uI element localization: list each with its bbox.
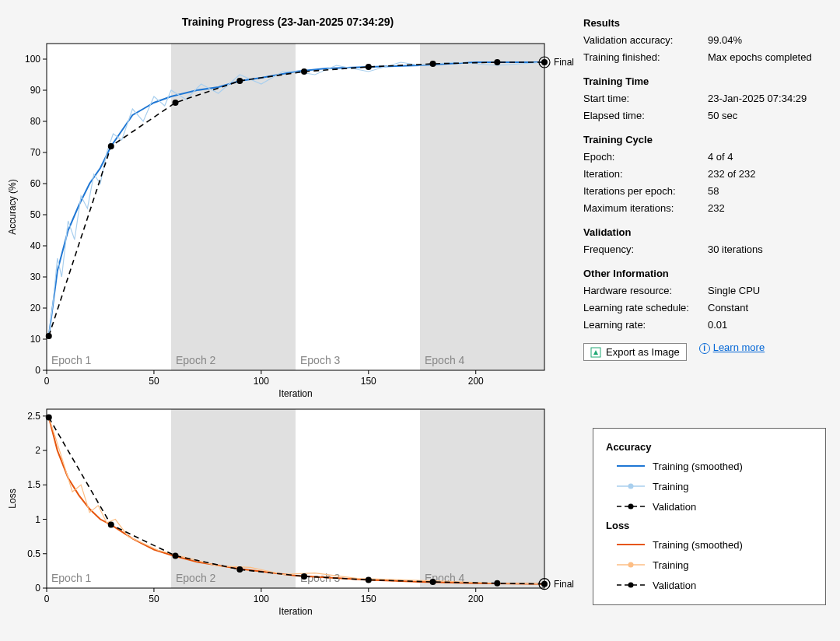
legend-loss-title: Loss [606,520,813,531]
svg-rect-3 [420,44,544,370]
elapsed-value: 50 sec [708,107,832,124]
svg-text:80: 80 [30,116,41,127]
svg-text:0.5: 0.5 [27,548,40,559]
svg-text:150: 150 [361,376,376,387]
svg-text:150: 150 [361,594,376,604]
svg-point-43 [173,100,179,106]
svg-text:Epoch 3: Epoch 3 [300,354,341,366]
ipe-label: Iterations per epoch: [583,183,708,200]
svg-rect-56 [296,409,420,588]
svg-rect-54 [47,409,171,588]
svg-text:200: 200 [468,376,484,387]
svg-text:0: 0 [35,583,40,594]
epoch-value: 4 of 4 [708,149,832,166]
svg-text:Iteration: Iteration [278,606,312,617]
maxiter-label: Maximum iterations: [583,200,708,217]
svg-text:0: 0 [44,594,50,604]
info-panel: Results Validation accuracy:99.04% Train… [583,8,840,361]
svg-text:Epoch 1: Epoch 1 [51,572,92,584]
svg-text:50: 50 [149,594,159,604]
legend-acc-train: Training [653,481,688,492]
svg-point-101 [628,484,634,489]
svg-text:Iteration: Iteration [278,388,312,399]
svg-rect-57 [420,409,544,588]
svg-text:100: 100 [254,594,269,604]
start-time-label: Start time: [583,90,708,107]
svg-point-106 [628,562,634,568]
svg-text:10: 10 [30,334,41,345]
legend: Accuracy Training (smoothed) Training Va… [593,428,826,605]
learn-more-link[interactable]: iLearn more [699,342,765,354]
svg-point-87 [173,552,179,559]
svg-point-91 [430,579,436,585]
svg-text:30: 30 [30,271,41,282]
svg-text:50: 50 [30,209,41,220]
ipe-value: 58 [708,183,832,200]
svg-point-44 [236,78,243,84]
freq-value: 30 iterations [708,241,832,258]
lrs-value: Constant [708,299,832,317]
hw-label: Hardware resource: [583,282,708,299]
iteration-label: Iteration: [583,166,708,183]
validation-heading: Validation [583,226,832,238]
svg-point-103 [628,504,634,510]
export-icon [590,347,601,358]
svg-text:Accuracy (%): Accuracy (%) [7,179,18,234]
cycle-heading: Training Cycle [583,134,832,145]
train-finished-label: Training finished: [583,49,708,66]
svg-point-45 [301,68,307,75]
svg-text:200: 200 [468,594,484,604]
svg-text:Final: Final [554,579,574,590]
svg-text:2: 2 [35,445,40,456]
svg-point-92 [494,580,500,587]
svg-text:20: 20 [30,303,41,313]
svg-point-93 [541,581,548,587]
results-heading: Results [583,17,832,29]
loss-chart: 00.511.522.5050100150200Epoch 1Epoch 2Ep… [0,401,576,619]
maxiter-value: 232 [708,200,832,217]
svg-point-108 [628,583,634,588]
svg-text:Epoch 1: Epoch 1 [51,354,92,366]
legend-acc-title: Accuracy [606,441,813,453]
accuracy-chart: 0102030405060708090100050100150200Epoch … [0,28,576,401]
svg-point-86 [108,522,114,528]
svg-text:Epoch 2: Epoch 2 [176,572,216,584]
val-acc-value: 99.04% [708,32,832,49]
freq-label: Frequency: [583,241,708,258]
legend-acc-smoothed: Training (smoothed) [653,461,743,472]
val-acc-label: Validation accuracy: [583,32,708,49]
train-finished-value: Max epochs completed [708,49,832,66]
svg-text:0: 0 [35,365,40,376]
svg-text:1: 1 [35,514,40,525]
elapsed-label: Elapsed time: [583,107,708,124]
svg-text:70: 70 [30,147,41,158]
svg-point-42 [108,143,114,149]
chart-title: Training Progress (23-Jan-2025 07:34:29) [0,0,576,28]
svg-text:Loss: Loss [7,489,18,508]
svg-point-49 [541,59,548,65]
svg-point-88 [236,566,243,573]
svg-rect-2 [296,44,420,370]
hw-value: Single CPU [708,282,832,299]
svg-text:50: 50 [149,376,159,387]
lr-value: 0.01 [708,317,832,334]
lrs-label: Learning rate schedule: [583,299,708,317]
svg-text:Epoch 2: Epoch 2 [176,354,216,366]
svg-text:90: 90 [30,85,41,96]
legend-loss-val: Validation [653,580,696,591]
export-label: Export as Image [606,346,680,358]
iteration-value: 232 of 232 [708,166,832,183]
legend-loss-smoothed: Training (smoothed) [653,539,743,551]
svg-point-47 [430,61,436,67]
info-icon: i [699,343,710,354]
export-button[interactable]: Export as Image [583,343,687,361]
time-heading: Training Time [583,75,832,87]
svg-point-46 [366,64,372,70]
svg-text:40: 40 [30,240,41,251]
svg-point-85 [46,415,52,421]
svg-text:100: 100 [25,54,40,65]
svg-text:Epoch 4: Epoch 4 [425,354,465,366]
svg-text:2.5: 2.5 [27,411,40,422]
svg-point-48 [494,59,500,65]
svg-point-90 [366,576,372,583]
